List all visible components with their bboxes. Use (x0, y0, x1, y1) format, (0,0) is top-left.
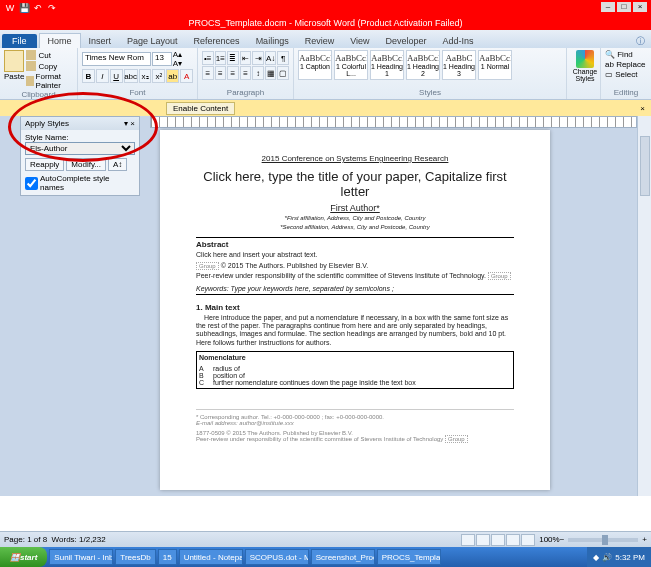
shading-button[interactable]: ▦ (265, 66, 277, 80)
tab-insert[interactable]: Insert (81, 34, 120, 48)
align-center-button[interactable]: ≡ (215, 66, 227, 80)
strike-button[interactable]: abc (124, 69, 138, 83)
help-icon[interactable]: ⓘ (636, 35, 645, 48)
increase-indent-button[interactable]: ⇥ (252, 51, 264, 65)
pane-close-icon[interactable]: × (130, 119, 135, 128)
style-item[interactable]: AaBbCcDd1 Heading 1 (370, 50, 404, 80)
style-item[interactable]: AaBbCcDd1 Caption (298, 50, 332, 80)
paste-button[interactable]: Paste (4, 50, 24, 81)
select-button[interactable]: ▭ Select (605, 70, 647, 79)
tray-icon[interactable]: ◆ (593, 553, 599, 562)
tab-home[interactable]: Home (39, 33, 81, 48)
tab-page-layout[interactable]: Page Layout (119, 34, 186, 48)
tab-developer[interactable]: Developer (378, 34, 435, 48)
message-bar: Enable Content × (0, 100, 651, 116)
decrease-indent-button[interactable]: ⇤ (240, 51, 252, 65)
bold-button[interactable]: B (82, 69, 95, 83)
underline-button[interactable]: U (110, 69, 123, 83)
title-bar: W 💾 ↶ ↷ PROCS_Template.docm - Microsoft … (0, 0, 651, 30)
view-web[interactable] (491, 534, 505, 546)
taskbar-item[interactable]: Sunil Tiwari - Inb... (49, 549, 113, 565)
sort-button[interactable]: A↓ (265, 51, 277, 65)
justify-button[interactable]: ≡ (240, 66, 252, 80)
numbering-button[interactable]: 1≡ (215, 51, 227, 65)
tab-review[interactable]: Review (297, 34, 343, 48)
borders-button[interactable]: ▢ (277, 66, 289, 80)
cut-button[interactable]: Cut (26, 50, 73, 60)
align-right-button[interactable]: ≡ (227, 66, 239, 80)
show-marks-button[interactable]: ¶ (277, 51, 289, 65)
subscript-button[interactable]: x₂ (139, 69, 152, 83)
view-full-screen[interactable] (476, 534, 490, 546)
tab-add-ins[interactable]: Add-Ins (435, 34, 482, 48)
format-painter-button[interactable]: Format Painter (26, 72, 73, 90)
table-row: Cfurther nomenclature continues down the… (199, 379, 511, 386)
taskbar-item[interactable]: Screenshot_Proc... (311, 549, 375, 565)
save-icon[interactable]: 💾 (18, 2, 30, 14)
clock[interactable]: 5:32 PM (615, 553, 645, 562)
style-item[interactable]: AaBbC1 Heading 3 (442, 50, 476, 80)
tab-references[interactable]: References (186, 34, 248, 48)
reapply-button[interactable]: Reapply (25, 158, 64, 171)
copy-button[interactable]: Copy (26, 61, 73, 71)
table-row: Aradius of (199, 365, 511, 372)
apply-styles-title: Apply Styles (25, 119, 69, 128)
zoom-slider[interactable] (568, 538, 638, 542)
font-color-button[interactable]: A (180, 69, 193, 83)
style-name-select[interactable]: Els-Author (25, 142, 135, 155)
document-page[interactable]: 2015 Conference on Systems Engineering R… (160, 130, 550, 490)
vertical-scrollbar[interactable] (637, 116, 651, 496)
start-button[interactable]: 🪟 start (0, 547, 47, 567)
main-text: Here introduce the paper, and put a nome… (196, 314, 514, 348)
zoom-percent[interactable]: 100% (539, 535, 559, 544)
superscript-button[interactable]: x² (152, 69, 165, 83)
style-item[interactable]: AaBbCcD1 Normal (478, 50, 512, 80)
minimize-button[interactable]: – (601, 2, 615, 12)
view-outline[interactable] (506, 534, 520, 546)
find-button[interactable]: 🔍 Find (605, 50, 647, 59)
word-count[interactable]: Words: 1/2,232 (52, 535, 106, 544)
taskbar-item[interactable]: 15 (158, 549, 177, 565)
page-count[interactable]: Page: 1 of 8 (4, 535, 47, 544)
modify-button[interactable]: Modify... (66, 158, 106, 171)
taskbar-item[interactable]: SCOPUS.dot - Mic... (245, 549, 309, 565)
align-left-button[interactable]: ≡ (202, 66, 214, 80)
highlight-button[interactable]: ab (166, 69, 179, 83)
zoom-in-button[interactable]: + (642, 535, 647, 544)
enable-content-button[interactable]: Enable Content (166, 102, 235, 115)
tab-view[interactable]: View (342, 34, 377, 48)
tab-mailings[interactable]: Mailings (248, 34, 297, 48)
message-close-icon[interactable]: × (640, 104, 645, 113)
taskbar-item[interactable]: TreesDb (115, 549, 155, 565)
style-item[interactable]: AaBbCcDd1 Heading 2 (406, 50, 440, 80)
font-family-select[interactable]: Times New Rom (82, 52, 151, 66)
view-draft[interactable] (521, 534, 535, 546)
tray-icon[interactable]: 🔊 (602, 553, 612, 562)
close-button[interactable]: × (633, 2, 647, 12)
taskbar-item[interactable]: Untitled - Notepad (179, 549, 243, 565)
tab-file[interactable]: File (2, 34, 37, 48)
style-item[interactable]: AaBbCcI1 Colorful L... (334, 50, 368, 80)
italic-button[interactable]: I (96, 69, 109, 83)
taskbar-item[interactable]: PROCS_Templat... (377, 549, 441, 565)
change-styles-button[interactable]: Change Styles (571, 50, 599, 82)
bullets-button[interactable]: •≡ (202, 51, 214, 65)
undo-icon[interactable]: ↶ (32, 2, 44, 14)
multilevel-button[interactable]: ≣ (227, 51, 239, 65)
font-size-select[interactable]: 13 (152, 52, 172, 66)
scroll-thumb[interactable] (640, 136, 650, 196)
maximize-button[interactable]: □ (617, 2, 631, 12)
replace-button[interactable]: ab Replace (605, 60, 647, 69)
autocomplete-checkbox[interactable]: AutoComplete style names (25, 174, 135, 192)
system-tray[interactable]: ◆ 🔊 5:32 PM (587, 547, 651, 567)
group-font: Font (82, 88, 193, 97)
style-list-button[interactable]: A↕ (108, 158, 127, 171)
author-line: First Author* (196, 203, 514, 213)
pane-dropdown-icon[interactable]: ▾ (124, 119, 128, 128)
view-print-layout[interactable] (461, 534, 475, 546)
redo-icon[interactable]: ↷ (46, 2, 58, 14)
group-marker: Group (488, 272, 511, 280)
horizontal-ruler[interactable] (150, 116, 637, 128)
line-spacing-button[interactable]: ↕ (252, 66, 264, 80)
zoom-out-button[interactable]: − (560, 535, 565, 544)
